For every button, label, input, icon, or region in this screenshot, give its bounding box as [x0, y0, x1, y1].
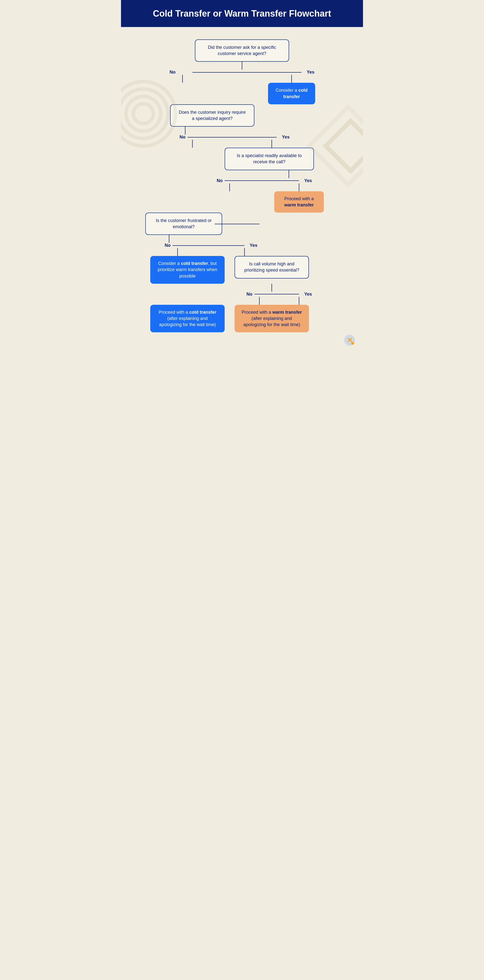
q3-node: Is a specialist readily available to rec… — [225, 148, 314, 170]
q3-no-label: No — [215, 178, 225, 183]
result-cold-consider: Consider a cold transfer, but prioritize… — [150, 256, 225, 284]
x-logo-icon: ✕ — [343, 334, 356, 346]
line-q4-yes — [244, 248, 245, 256]
q1-node: Did the customer ask for a specific cust… — [195, 40, 289, 62]
h-line-q1 — [192, 72, 302, 73]
q2-box: Does the customer inquiry require a spec… — [170, 104, 254, 127]
result-warm-final: Proceed with a warm transfer (after expl… — [235, 305, 309, 332]
line-q4-no — [177, 248, 178, 256]
line-q3-no — [229, 183, 230, 191]
line-q1-down — [242, 62, 242, 70]
result-cold-transfer-1: Consider a cold transfer — [268, 83, 315, 104]
line-q5-no — [259, 297, 260, 305]
q5-box: Is call volume high and prioritizing spe… — [235, 256, 309, 278]
h-line-q2 — [185, 137, 277, 137]
h-line-q3 — [220, 180, 299, 181]
line-q3-yes — [299, 183, 299, 191]
cold-transfer-label-1: cold transfer — [283, 88, 307, 99]
line-q2-down — [185, 127, 185, 135]
q2-node: Does the customer inquiry require a spec… — [170, 104, 254, 127]
q4-box: Is the customer frustrated or emotional? — [145, 213, 222, 235]
line-q2-yes — [272, 140, 272, 148]
line-q4-down — [169, 235, 169, 243]
logo-x: ✕ — [343, 334, 356, 347]
q3-box: Is a specialist readily available to rec… — [225, 148, 314, 170]
flowchart-container: Did the customer ask for a specific cust… — [121, 27, 363, 352]
q5-no-label: No — [244, 292, 254, 297]
q1-box: Did the customer ask for a specific cust… — [195, 40, 289, 62]
q5-yes-label: Yes — [302, 292, 314, 297]
line-q1-yes — [291, 75, 292, 83]
h-line-q3-to-q4 — [215, 224, 259, 224]
q4-no-label: No — [163, 243, 173, 248]
line-q3-down — [289, 170, 289, 178]
warm-transfer-label-1: warm transfer — [284, 202, 314, 207]
svg-point-6 — [351, 342, 354, 345]
result-cold-final: Proceed with a cold transfer (after expl… — [150, 305, 225, 332]
q3-yes-label: Yes — [302, 178, 314, 183]
svg-point-3 — [133, 104, 153, 124]
q2-yes-label: Yes — [280, 135, 292, 140]
line-q5-down — [272, 284, 272, 292]
h-line-q5 — [249, 294, 299, 294]
line-q5-yes — [299, 297, 299, 305]
h-line-q4 — [169, 245, 244, 246]
page-title: Cold Transfer or Warm Transfer Flowchart — [136, 8, 348, 19]
line-q2-no — [192, 140, 193, 148]
header: Cold Transfer or Warm Transfer Flowchart — [121, 0, 363, 27]
line-q1-no — [182, 75, 183, 83]
q1-yes-label: Yes — [305, 70, 316, 75]
q2-no-label: No — [177, 135, 187, 140]
result-warm-1: Proceed with a warm transfer — [274, 191, 324, 213]
q4-yes-label: Yes — [248, 243, 259, 248]
q1-no-label: No — [168, 70, 177, 75]
